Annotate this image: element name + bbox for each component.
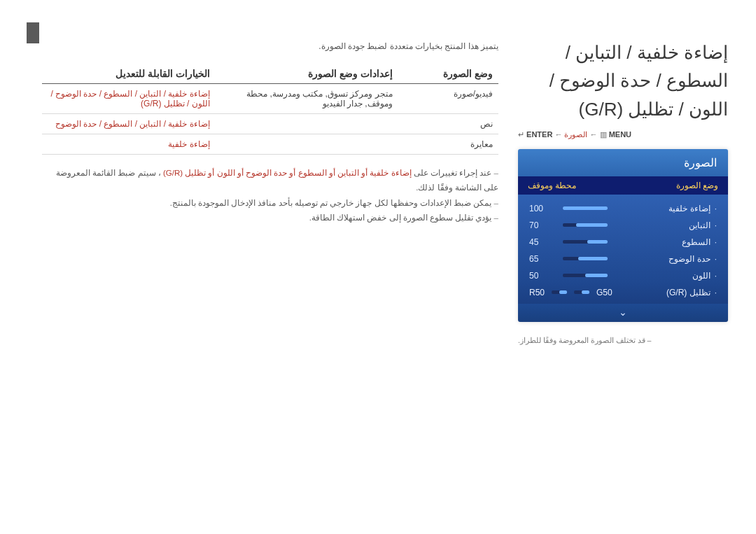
osd-label: السطوع (613, 237, 717, 247)
cell-adjustable: إضاءة خلفية / التباين / السطوع / حدة الو… (42, 84, 216, 114)
chevron-down-icon: ⌄ (619, 307, 627, 318)
osd-bar (563, 274, 608, 277)
osd-value: 70 (529, 220, 553, 230)
menu-icon: ▥ (600, 130, 607, 139)
osd-label: التباين (613, 220, 717, 230)
th-mode: وضع الصورة (398, 64, 498, 84)
osd-row-tint[interactable]: تظليل (G/R) G50 R50 (529, 284, 717, 301)
osd-r-bar (552, 290, 567, 294)
table-row: فيديو/صورةمتجر ومركز تسوق, مكتب ومدرسة, … (42, 84, 498, 114)
osd-g-label: G50 (596, 288, 612, 297)
menu-key: MENU (609, 130, 631, 139)
options-table: وضع الصورة إعدادات وضع الصورة الخيارات ا… (42, 64, 498, 155)
notes: عند إجراء تغييرات على إضاءة خلفية أو الت… (42, 166, 498, 225)
osd-bar (563, 257, 608, 260)
osd-bar (563, 240, 608, 244)
osd-footer[interactable]: ⌄ (518, 304, 728, 322)
chapter-marker (27, 22, 39, 43)
table-row: نصإضاءة خلفية / التباين / السطوع / حدة ا… (42, 114, 498, 134)
osd-label: إضاءة خلفية (613, 204, 717, 213)
osd-label-tint: تظليل (G/R) (618, 288, 717, 297)
osd-value: 45 (529, 237, 553, 247)
osd-label: اللون (613, 271, 717, 281)
note-2: يمكن ضبط الإعدادات وحفظها لكل جهاز خارجي… (42, 196, 498, 211)
osd-r-label: R50 (529, 288, 545, 297)
th-settings: إعدادات وضع الصورة (216, 64, 398, 84)
osd-bar (563, 223, 608, 227)
osd-value: 50 (529, 271, 553, 281)
osd-value: 100 (529, 204, 553, 213)
enter-icon: ↵ (518, 130, 524, 139)
osd-panel: الصورة وضع الصورة محطة وموقف إضاءة خلفية… (518, 149, 728, 322)
arrow-icon: ← (590, 130, 598, 139)
cell-mode: معايرة (398, 134, 498, 155)
enter-key: ENTER (526, 130, 552, 139)
cell-settings (216, 114, 398, 134)
osd-row[interactable]: حدة الوضوح65 (529, 251, 717, 267)
arrow-icon: ← (554, 130, 562, 139)
osd-sub-left: وضع الصورة (623, 176, 728, 195)
footnote: – قد تختلف الصورة المعروضة وفقًا للطراز. (518, 336, 651, 344)
th-adjustable: الخيارات القابلة للتعديل (42, 64, 216, 84)
note-3: يؤدي تقليل سطوع الصورة إلى خفض استهلاك ا… (42, 211, 498, 225)
osd-subheader: وضع الصورة محطة وموقف (518, 176, 728, 195)
cell-adjustable: إضاءة خلفية / التباين / السطوع / حدة الو… (42, 114, 216, 134)
osd-label: حدة الوضوح (613, 254, 717, 264)
note-1: عند إجراء تغييرات على إضاءة خلفية أو الت… (42, 166, 498, 196)
breadcrumb-picture: الصورة (564, 130, 587, 139)
intro-text: يتميز هذا المنتج بخيارات متعددة لضبط جود… (42, 41, 498, 51)
cell-settings (216, 134, 398, 155)
osd-row[interactable]: إضاءة خلفية100 (529, 200, 717, 217)
osd-sub-right: محطة وموقف (518, 176, 623, 195)
cell-mode: نص (398, 114, 498, 134)
cell-mode: فيديو/صورة (398, 84, 498, 114)
cell-settings: متجر ومركز تسوق, مكتب ومدرسة, محطة وموقف… (216, 84, 398, 114)
osd-body: إضاءة خلفية100التباين70السطوع45حدة الوضو… (518, 195, 728, 304)
cell-adjustable: إضاءة خلفية (42, 134, 216, 155)
osd-g-bar (574, 290, 589, 294)
osd-bar (563, 206, 608, 210)
osd-row[interactable]: التباين70 (529, 217, 717, 234)
breadcrumb: MENU ▥ ← الصورة ← ENTER ↵ (518, 130, 631, 139)
osd-row[interactable]: السطوع45 (529, 234, 717, 251)
osd-value: 65 (529, 254, 553, 264)
table-row: معايرةإضاءة خلفية (42, 134, 498, 155)
osd-row[interactable]: اللون50 (529, 267, 717, 284)
page-title: إضاءة خلفية / التباين / السطوع / حدة الو… (518, 38, 728, 123)
osd-title: الصورة (518, 149, 728, 176)
